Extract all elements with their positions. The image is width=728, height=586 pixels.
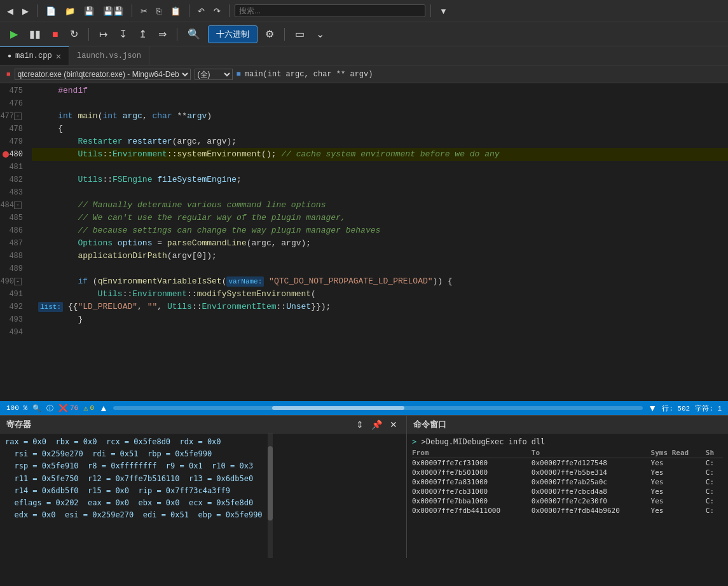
debug-settings-button[interactable]: ⚙ <box>261 26 278 42</box>
new-file-button[interactable]: 📄 <box>43 5 59 17</box>
restart-button[interactable]: ↻ <box>66 26 82 42</box>
warn-icon: ⚠ <box>83 404 88 413</box>
sep1 <box>37 4 38 17</box>
sep2 <box>132 4 132 17</box>
scope-select[interactable]: (全) <box>195 69 233 80</box>
target-select[interactable]: qtcreator.exe (bin\qtcreator.exe) - Ming… <box>15 69 191 80</box>
register-scrollbar[interactable] <box>268 433 273 558</box>
line-info: 行: 502 <box>662 404 690 413</box>
sp5: ( <box>88 275 98 288</box>
code-line-493: } <box>32 313 728 326</box>
cmd-prompt-line: > >Debug.MIDebugExec info dll <box>412 436 723 448</box>
reg-line-5: eflags = 0x202 eax = 0x0 ebx = 0x0 ecx =… <box>5 497 263 509</box>
td-syms-2: Yes <box>651 477 706 487</box>
panel-close-btn[interactable]: ✕ <box>387 419 400 430</box>
debug-toolbar: ▶ ▮▮ ■ ↻ ↦ ↧ ↥ ⇒ 🔍 十六进制 ⚙ ▭ ⌄ <box>0 22 728 46</box>
fn-main: main <box>78 110 97 123</box>
tab-label: main.cpp <box>15 51 52 60</box>
undo-button[interactable]: ↶ <box>195 5 208 17</box>
tag-list: list: <box>38 302 63 313</box>
hex-mode-button[interactable]: 十六进制 <box>208 25 258 43</box>
sp2 <box>123 135 128 148</box>
tab-launch-json[interactable]: launch.vs.json <box>69 46 149 65</box>
sp7 <box>264 275 269 288</box>
pause-button[interactable]: ▮▮ <box>25 26 45 42</box>
layout-button[interactable]: ▭ <box>291 26 308 42</box>
code-line-486: // because settings can change the way p… <box>32 224 728 237</box>
stop-button[interactable]: ■ <box>48 27 62 42</box>
save-all-button[interactable]: 💾💾 <box>100 5 127 17</box>
search-input[interactable] <box>235 4 425 17</box>
open-button[interactable]: 📁 <box>62 5 78 17</box>
cmd-prompt-icon: > <box>412 437 416 446</box>
panel-float-btn[interactable]: ⇕ <box>354 419 366 430</box>
sep6 <box>88 28 89 41</box>
tab-close-icon[interactable]: ✕ <box>56 51 61 62</box>
gutter-489: 489 <box>0 262 27 275</box>
reg-line-0: rax = 0x0 rbx = 0x0 rcx = 0x5fe8d0 rdx =… <box>5 436 263 448</box>
td-syms-0: Yes <box>651 458 706 468</box>
var-restarter: restarter <box>127 135 172 148</box>
td-sh-2: C: <box>706 477 723 487</box>
step-over-button[interactable]: ↦ <box>95 26 111 42</box>
search-debug-button[interactable]: 🔍 <box>184 26 204 42</box>
reg-line-1: rsi = 0x259e270 rdi = 0x51 rbp = 0x5fe99… <box>5 448 263 460</box>
h-scrollbar[interactable] <box>113 406 643 410</box>
scroll-down-btn[interactable]: ▼ <box>648 403 657 413</box>
cmd-table-row: 0x00007ffe7cb31000 0x00007ffe7cbcd4a8 Ye… <box>412 487 723 496</box>
dc7: :: <box>277 301 287 313</box>
play-button[interactable]: ▶ <box>6 26 22 42</box>
warn-count: ⚠ 0 <box>83 404 94 413</box>
forward-button[interactable]: ▶ <box>19 5 32 17</box>
code-line-479: Restarter restarter (argc, argv); <box>32 135 728 148</box>
td-to-1: 0x00007ffe7b5be314 <box>532 468 651 477</box>
panel-pin-btn[interactable]: 📌 <box>369 419 385 430</box>
fold-477[interactable]: - <box>14 112 22 120</box>
back-button[interactable]: ◀ <box>4 5 17 17</box>
type-env2: Environment <box>132 288 187 301</box>
cmd-table-row: 0x00007ffe7cf31000 0x00007ffe7d127548 Ye… <box>412 458 723 468</box>
save-button[interactable]: 💾 <box>81 5 97 17</box>
code-line-492: list: {{ "LD_PRELOAD" , "" , Utils :: En… <box>32 301 728 313</box>
code-line-476 <box>32 97 728 110</box>
redo-button[interactable]: ↷ <box>210 5 224 17</box>
code-editor[interactable]: #endif int main ( int argc , char ** arg… <box>32 83 728 339</box>
dc3: :: <box>102 174 113 186</box>
td-sh-5: C: <box>706 506 723 515</box>
dc6: :: <box>192 301 202 313</box>
scroll-up-btn[interactable]: ▲ <box>99 403 108 413</box>
error-count: ❌ 76 <box>58 404 78 413</box>
step-into-button[interactable]: ↧ <box>115 26 131 42</box>
td-sh-3: C: <box>706 487 723 496</box>
type-utils2: Utils <box>38 174 102 186</box>
cmd-table-row: 0x00007ffe7b501000 0x00007ffe7b5be314 Ye… <box>412 468 723 477</box>
fold-490[interactable]: - <box>14 278 22 285</box>
build-target-dropdown[interactable]: ▼ <box>436 5 451 17</box>
fold-484[interactable]: - <box>14 201 22 209</box>
paren-open: ( <box>98 110 103 123</box>
type-utils4: Utils <box>167 301 192 313</box>
rest490: )) { <box>433 275 453 288</box>
gutter-486: 486 <box>0 224 27 237</box>
str-empty: "" <box>148 301 158 313</box>
copy-button[interactable]: ⎘ <box>153 5 165 17</box>
expand-button[interactable]: ⌄ <box>312 26 328 42</box>
paste-button[interactable]: 📋 <box>167 5 184 17</box>
td-syms-5: Yes <box>651 506 706 515</box>
td-to-2: 0x00007ffe7ab25a0c <box>532 477 651 487</box>
comma3: , <box>157 301 167 313</box>
code-line-490: if ( qEnvironmentVariableIsSet ( varName… <box>32 275 728 288</box>
tab-main-cpp[interactable]: ● main.cpp ✕ <box>0 46 69 65</box>
continue-button[interactable]: ⇒ <box>155 26 170 42</box>
type-fsengine: FSEngine <box>113 174 152 186</box>
sp <box>118 110 123 123</box>
tabs-bar: ● main.cpp ✕ launch.vs.json <box>0 46 728 65</box>
cut-button[interactable]: ✂ <box>137 5 151 17</box>
kw-endif: #endif <box>38 85 88 97</box>
dc1: :: <box>102 148 113 161</box>
assign: = <box>152 237 167 250</box>
kw-int2: int <box>102 110 117 123</box>
var-options: options <box>118 237 153 250</box>
register-panel-header: 寄存器 ⇕ 📌 ✕ <box>0 416 406 433</box>
step-out-button[interactable]: ↥ <box>135 26 151 42</box>
